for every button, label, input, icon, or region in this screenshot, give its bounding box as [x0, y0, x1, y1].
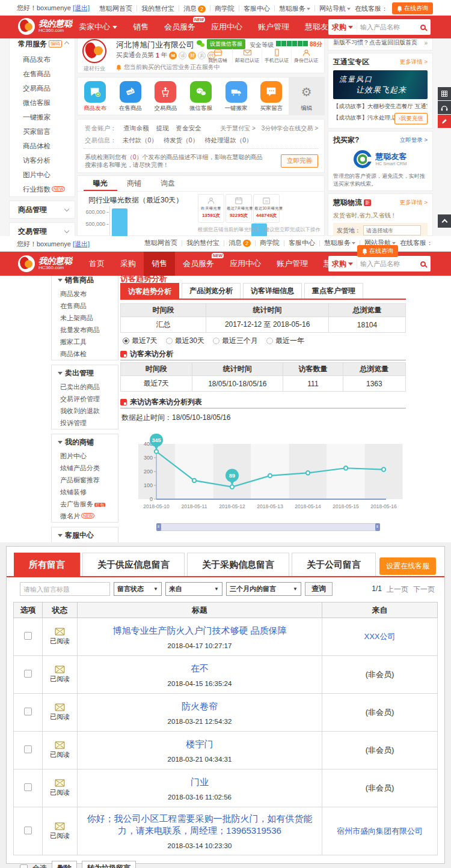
learn-trade-link[interactable]: 3分钟学会在线交易 >: [262, 124, 318, 133]
sidebar-item-industry-index[interactable]: 行业指数NEW: [10, 182, 75, 196]
online-consult-button[interactable]: 在线咨询: [392, 2, 433, 14]
from-select[interactable]: 来自▼: [165, 582, 222, 596]
stat-30days[interactable]: 30 最近30天曝光量 448749次: [253, 194, 280, 223]
fund-security-link[interactable]: 资金安全: [176, 124, 201, 133]
tab-key-customers[interactable]: 重点客户管理: [304, 283, 363, 300]
tab-purchase-messages[interactable]: 关于采购信息留言: [187, 553, 289, 576]
sidebar-item[interactable]: 投诉管理: [52, 417, 118, 429]
nav-sales[interactable]: 销售: [144, 252, 175, 276]
message-from-0[interactable]: XXX公司: [364, 632, 395, 641]
slider-handle-right[interactable]: [375, 523, 380, 531]
topbar-link-messages[interactable]: 消息2: [229, 238, 251, 247]
radio-7days[interactable]: 最近7天: [123, 336, 158, 346]
set-online-service-button[interactable]: 设置在线客服: [379, 557, 436, 575]
stat-yesterday[interactable]: 昨天曝光量 13591次: [198, 194, 224, 223]
sidebar-item[interactable]: 我收到的退款: [52, 405, 118, 417]
to-ship-link[interactable]: 待发货（0）: [164, 136, 198, 145]
prev-page-link[interactable]: 上一页: [387, 584, 408, 595]
ship-city-input[interactable]: [363, 225, 421, 235]
topbar-link-huifubao[interactable]: 我的慧付宝: [141, 4, 174, 13]
app-edit[interactable]: ⚙ 编辑: [289, 77, 324, 115]
refund-link[interactable]: 待处理退款（0）: [204, 136, 252, 145]
headset-icon[interactable]: [438, 101, 451, 114]
sidebar-item-visitor-analysis[interactable]: 访客分析: [10, 153, 75, 168]
hutongbao-banner[interactable]: 流量风口 让效果飞起来: [333, 70, 428, 99]
period-select[interactable]: 三个月内的留言▼: [226, 582, 301, 596]
topbar-link-service-center[interactable]: 客服中心: [289, 238, 315, 247]
app-trade-goods[interactable]: 交易商品: [148, 77, 183, 115]
unpaid-link[interactable]: 未付款（0）: [123, 136, 158, 145]
message-title-link[interactable]: 你好；我公司小区工程需要采购一批防火门，如有供货能力，请来电联系，周经理；139…: [78, 813, 322, 837]
recharge-button[interactable]: ›我要充值: [394, 113, 428, 124]
sidebar-group-trade-mgmt[interactable]: 交易管理: [10, 223, 75, 236]
message-title-link[interactable]: 博旭专业生产防火入户门技术够硬 品质保障: [78, 625, 322, 637]
chart-range-slider[interactable]: [156, 523, 380, 531]
group-service-center[interactable]: 客服中心: [52, 527, 118, 542]
nav-membership[interactable]: 会员服务NEW: [156, 16, 203, 38]
qr-widget-icon[interactable]: [438, 87, 451, 100]
sidebar-item[interactable]: 商品体检: [52, 348, 118, 360]
app-buyer-messages[interactable]: 买家留言: [254, 77, 289, 115]
search-input[interactable]: [357, 260, 415, 267]
topbar-link-messages[interactable]: 消息2: [183, 4, 206, 13]
message-title-link[interactable]: 防火卷帘: [78, 700, 322, 712]
sidebar-item[interactable]: 交易评价管理: [52, 393, 118, 405]
tab-company-messages[interactable]: 关于公司留言: [292, 553, 376, 576]
sidebar-item[interactable]: 未上架商品: [52, 312, 118, 324]
radio-30days[interactable]: 最近30天: [166, 336, 204, 346]
status-select[interactable]: 留言状态▼: [114, 582, 162, 596]
topbar-link-home[interactable]: 慧聪网首页: [144, 238, 177, 247]
app-publish[interactable]: 商品发布: [78, 77, 113, 115]
story-link-1[interactable]: 【成功故事】大棚秒变生态餐厅 互通宝带你...: [333, 103, 428, 111]
tab-supply-messages[interactable]: 关于供应信息留言: [82, 553, 185, 576]
improve-now-button[interactable]: 立即完善: [281, 154, 318, 168]
nav-home[interactable]: 首页: [81, 252, 112, 276]
hutongbao-more-link[interactable]: 更多详情 >: [400, 58, 428, 66]
set-wechat-service-button[interactable]: 设置微信客服: [207, 39, 245, 49]
row-checkbox[interactable]: [24, 827, 32, 834]
topbar-link-home[interactable]: 慧聪网首页: [99, 4, 132, 13]
my-shop-link[interactable]: 我的店铺: [203, 49, 232, 64]
search-input[interactable]: [357, 23, 415, 31]
topbar-link-school[interactable]: 商学院: [215, 4, 235, 13]
sidebar-item[interactable]: 产品橱窗推荐: [52, 474, 118, 486]
stat-7days[interactable]: 最近7天曝光量 92295次: [226, 194, 252, 223]
group-sold-mgmt[interactable]: 卖出管理: [52, 365, 118, 381]
nav-seller-center[interactable]: 卖家中心: [71, 16, 125, 38]
row-checkbox[interactable]: [24, 708, 32, 715]
search-button[interactable]: [415, 256, 431, 272]
app-wechat-service[interactable]: 微信客服: [183, 77, 219, 115]
sidebar-item-publish[interactable]: 商品发布: [10, 52, 75, 67]
sidebar-group-goods-mgmt[interactable]: 商品管理: [10, 201, 75, 218]
login-now-link[interactable]: 立即登录 >: [400, 136, 428, 144]
sidebar-item-micro-card[interactable]: 微名片NEW: [52, 510, 118, 522]
sidebar-item[interactable]: 炫铺装修: [52, 486, 118, 498]
sidebar-item[interactable]: 搬家工具: [52, 336, 118, 348]
tab-shop[interactable]: 商铺: [117, 176, 151, 191]
app-mover[interactable]: 一键搬家: [218, 77, 254, 115]
sidebar-item[interactable]: 在售商品: [52, 300, 118, 312]
sidebar-item-onsale[interactable]: 在售商品: [10, 67, 75, 81]
about-huifubao-link[interactable]: 关于慧付宝 >: [220, 124, 256, 133]
message-title-link[interactable]: 楼宇门: [78, 738, 322, 750]
check-balance-link[interactable]: 查询余额: [124, 124, 149, 133]
radio-1year[interactable]: 最近一年: [266, 336, 304, 346]
next-page-link[interactable]: 下一页: [413, 584, 435, 595]
topbar-link-hc-service[interactable]: 慧聪服务: [324, 238, 355, 247]
message-title-input[interactable]: [20, 582, 110, 596]
topbar-link-hc-service[interactable]: 慧聪服务: [279, 4, 310, 13]
search-category-select[interactable]: 求购: [328, 22, 357, 32]
row-checkbox[interactable]: [24, 632, 32, 640]
sidebar-item-image-center[interactable]: 图片中心: [10, 168, 75, 182]
message-title-link[interactable]: 门业: [78, 776, 322, 788]
topbar-link-huifubao[interactable]: 我的慧付宝: [186, 238, 219, 247]
row-checkbox[interactable]: [24, 783, 32, 791]
email-verified-link[interactable]: 邮箱已认证: [232, 49, 262, 64]
sidebar-item[interactable]: 批量发布商品: [52, 324, 118, 336]
tab-visitor-trend[interactable]: 访客趋势分析: [120, 283, 179, 300]
group-my-shop[interactable]: 我的商铺: [52, 434, 118, 450]
search-button[interactable]: [415, 19, 431, 35]
sidebar-item-trade-goods[interactable]: 交易商品: [10, 81, 75, 96]
nav-account[interactable]: 账户管理: [269, 252, 316, 276]
sidebar-item-buyer-messages[interactable]: 买家留言: [10, 124, 75, 139]
